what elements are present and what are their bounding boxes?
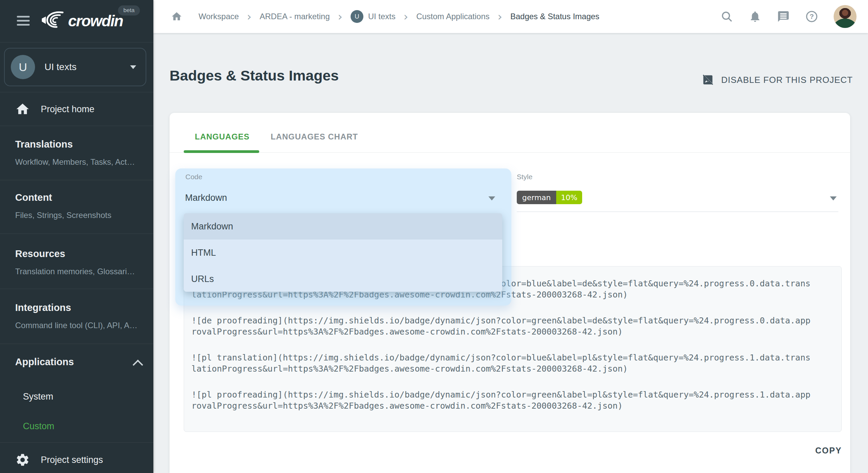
sidebar-item-resources[interactable]: Resources Translation memories, Glossari… [15, 248, 143, 276]
svg-text:?: ? [810, 12, 814, 20]
sidebar-item-project-settings[interactable]: Project settings [0, 450, 153, 469]
page-title: Badges & Status Images [170, 67, 339, 84]
gear-icon [15, 452, 30, 467]
code-line: ![pl translation](https://img.shields.io… [191, 352, 834, 374]
search-icon[interactable] [720, 10, 733, 23]
breadcrumb: Workspace › ARDEA - marketing › U UI tex… [171, 10, 720, 23]
tab-languages[interactable]: LANGUAGES [195, 132, 249, 141]
sidebar-item-applications[interactable]: Applications [15, 356, 143, 368]
badge-value: 10% [556, 191, 582, 204]
section-title: Translations [15, 139, 143, 150]
badge-label: german [517, 191, 556, 204]
section-title: Content [15, 192, 143, 203]
divider [0, 42, 153, 42]
sidebar-item-integrations[interactable]: Integrations Command line tool (CLI), AP… [15, 302, 143, 330]
chevron-down-icon [130, 65, 136, 69]
style-select-underline[interactable] [517, 212, 838, 212]
chevron-down-icon[interactable] [830, 196, 837, 200]
crowdin-logo-text: crowdin [68, 12, 123, 30]
sidebar-item-custom[interactable]: Custom [23, 421, 54, 432]
code-select-label: Code [185, 173, 202, 181]
dropdown-option-urls[interactable]: URLs [184, 266, 502, 292]
project-mini-avatar: U [351, 10, 363, 23]
section-subtitle: Translation memories, Glossari… [15, 267, 143, 276]
hamburger-menu-icon[interactable] [17, 16, 30, 26]
breadcrumb-separator: › [498, 12, 502, 21]
messages-icon[interactable] [777, 10, 790, 23]
breadcrumb-separator: › [247, 12, 252, 21]
tab-languages-chart[interactable]: LANGUAGES CHART [271, 132, 358, 141]
crowdin-logo[interactable]: crowdin [40, 11, 123, 30]
beta-badge: beta [118, 5, 140, 15]
breadcrumb-ui-texts[interactable]: U UI texts [351, 10, 395, 23]
section-subtitle: Command line tool (CLI), API, A… [15, 321, 143, 330]
disable-button-label: DISABLE FOR THIS PROJECT [721, 75, 853, 85]
breadcrumb-separator: › [338, 12, 342, 21]
project-selector[interactable]: U UI texts [4, 48, 146, 86]
code-select-value[interactable]: Markdown [185, 193, 227, 203]
project-avatar: U [11, 55, 35, 79]
notifications-bell-icon[interactable] [749, 10, 761, 23]
divider [0, 233, 153, 234]
section-subtitle: Workflow, Members, Tasks, Act… [15, 157, 143, 167]
breadcrumb-label: UI texts [368, 12, 395, 21]
home-icon [15, 102, 30, 117]
topbar-actions: ? [720, 5, 857, 28]
project-name: UI texts [44, 62, 130, 72]
divider [0, 344, 153, 344]
user-avatar[interactable] [834, 5, 857, 28]
sidebar-item-system[interactable]: System [23, 391, 53, 402]
sidebar-item-label: Project settings [41, 455, 103, 465]
help-icon[interactable]: ? [805, 10, 818, 23]
section-subtitle: Files, Strings, Screenshots [15, 211, 143, 220]
chevron-down-icon[interactable] [488, 196, 495, 200]
sidebar-item-project-home[interactable]: Project home [0, 100, 153, 119]
sidebar-item-translations[interactable]: Translations Workflow, Members, Tasks, A… [15, 139, 143, 167]
section-title: Applications [15, 356, 143, 368]
breadcrumb-current-page: Badges & Status Images [510, 12, 599, 21]
divider [0, 92, 153, 92]
image-off-icon [702, 74, 714, 86]
divider [170, 152, 850, 153]
sidebar-item-content[interactable]: Content Files, Strings, Screenshots [15, 192, 143, 220]
code-select-dropdown: Markdown HTML URLs [184, 213, 502, 292]
status-badge-preview: german 10% [517, 191, 582, 204]
top-navigation-bar: Workspace › ARDEA - marketing › U UI tex… [153, 0, 868, 33]
section-title: Integrations [15, 302, 143, 313]
sidebar: crowdin beta U UI texts Project home Tra… [0, 0, 153, 473]
disable-for-project-button[interactable]: DISABLE FOR THIS PROJECT [702, 71, 853, 88]
crowdin-swoosh-icon [40, 10, 68, 31]
crowdin-app: crowdin beta U UI texts Project home Tra… [0, 0, 868, 473]
divider [0, 289, 153, 289]
sidebar-item-label: Project home [41, 104, 94, 115]
breadcrumb-custom-applications[interactable]: Custom Applications [416, 12, 489, 21]
divider [0, 180, 153, 180]
breadcrumb-ardea-marketing[interactable]: ARDEA - marketing [260, 12, 330, 21]
code-line: ![pl proofreading](https://img.shields.i… [191, 389, 834, 411]
divider [0, 442, 153, 443]
dropdown-option-markdown[interactable]: Markdown [184, 213, 502, 240]
copy-button[interactable]: COPY [809, 443, 848, 458]
dropdown-option-html[interactable]: HTML [184, 240, 502, 266]
divider [0, 126, 153, 126]
breadcrumb-separator: › [403, 12, 408, 21]
breadcrumb-workspace[interactable]: Workspace [199, 12, 239, 21]
section-title: Resources [15, 248, 143, 259]
active-tab-indicator [184, 150, 259, 153]
code-line: ![de proofreading](https://img.shields.i… [191, 315, 834, 337]
style-select-label: Style [517, 173, 533, 181]
home-icon[interactable] [171, 11, 182, 22]
